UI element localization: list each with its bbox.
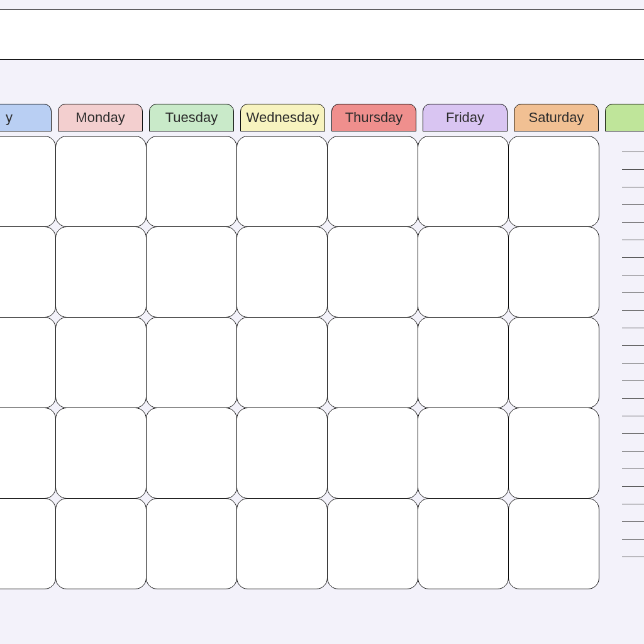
note-line[interactable] (622, 247, 644, 258)
note-line[interactable] (622, 529, 644, 540)
note-line[interactable] (622, 194, 644, 205)
calendar-cell[interactable] (508, 408, 599, 499)
calendar-cell[interactable] (55, 408, 147, 499)
calendar-cell[interactable] (327, 136, 418, 227)
calendar-cell[interactable] (418, 498, 509, 589)
day-header: Thursday (331, 104, 416, 131)
calendar-cell[interactable] (236, 136, 328, 227)
calendar-row (0, 136, 644, 227)
calendar-cell[interactable] (418, 317, 509, 408)
day-header: Saturday (514, 104, 599, 131)
calendar-row (0, 318, 644, 408)
note-line[interactable] (622, 300, 644, 311)
day-header (605, 104, 644, 131)
note-line[interactable] (622, 265, 644, 275)
note-line[interactable] (622, 177, 644, 187)
note-line[interactable] (622, 370, 644, 381)
day-header: y (0, 104, 52, 131)
calendar-cell[interactable] (0, 498, 56, 589)
day-header-label: y (6, 109, 13, 126)
day-header-label: Saturday (528, 109, 584, 126)
calendar-cell[interactable] (146, 317, 237, 408)
title-bar[interactable] (0, 9, 644, 60)
calendar-cell[interactable] (146, 408, 237, 499)
note-line[interactable] (622, 406, 644, 416)
note-line[interactable] (622, 282, 644, 293)
note-line[interactable] (622, 547, 644, 557)
day-header-label: Friday (446, 109, 484, 126)
calendar-row (0, 499, 644, 589)
day-header-label: Tuesday (165, 109, 218, 126)
calendar-cell[interactable] (0, 408, 56, 499)
calendar-cell[interactable] (236, 498, 328, 589)
calendar-cell[interactable] (55, 498, 147, 589)
calendar-cell[interactable] (418, 136, 509, 227)
calendar-cell[interactable] (55, 136, 147, 227)
note-line[interactable] (622, 476, 644, 487)
calendar-cell[interactable] (327, 498, 418, 589)
calendar-cell[interactable] (508, 226, 599, 318)
notes-column (622, 142, 644, 557)
day-header-label: Monday (75, 109, 125, 126)
note-line[interactable] (622, 511, 644, 522)
calendar-cell[interactable] (327, 317, 418, 408)
note-line[interactable] (622, 494, 644, 504)
calendar-grid (0, 136, 644, 589)
note-line[interactable] (622, 159, 644, 170)
calendar-row (0, 408, 644, 499)
note-line[interactable] (622, 230, 644, 240)
note-line[interactable] (622, 388, 644, 399)
calendar: yMondayTuesdayWednesdayThursdayFridaySat… (0, 104, 644, 589)
calendar-cell[interactable] (0, 136, 56, 227)
day-header: Tuesday (149, 104, 234, 131)
calendar-cell[interactable] (508, 317, 599, 408)
day-header-label: Thursday (345, 109, 403, 126)
day-headers: yMondayTuesdayWednesdayThursdayFridaySat… (0, 104, 644, 131)
day-header: Monday (58, 104, 143, 131)
calendar-cell[interactable] (0, 317, 56, 408)
calendar-cell[interactable] (146, 136, 237, 227)
note-line[interactable] (622, 458, 644, 469)
note-line[interactable] (622, 441, 644, 452)
note-line[interactable] (622, 353, 644, 364)
day-header: Friday (423, 104, 508, 131)
note-line[interactable] (622, 335, 644, 346)
calendar-row (0, 227, 644, 318)
calendar-cell[interactable] (508, 498, 599, 589)
calendar-cell[interactable] (55, 317, 147, 408)
calendar-cell[interactable] (327, 226, 418, 318)
day-header-label: Wednesday (247, 109, 319, 126)
note-line[interactable] (622, 423, 644, 434)
calendar-cell[interactable] (418, 226, 509, 318)
calendar-cell[interactable] (55, 226, 147, 318)
calendar-cell[interactable] (236, 226, 328, 318)
calendar-cell[interactable] (146, 226, 237, 318)
day-header: Wednesday (240, 104, 325, 131)
note-line[interactable] (622, 142, 644, 152)
calendar-cell[interactable] (418, 408, 509, 499)
calendar-cell[interactable] (0, 226, 56, 318)
note-line[interactable] (622, 212, 644, 223)
calendar-cell[interactable] (146, 498, 237, 589)
note-line[interactable] (622, 318, 644, 328)
calendar-cell[interactable] (508, 136, 599, 227)
calendar-cell[interactable] (236, 408, 328, 499)
calendar-cell[interactable] (327, 408, 418, 499)
calendar-cell[interactable] (236, 317, 328, 408)
